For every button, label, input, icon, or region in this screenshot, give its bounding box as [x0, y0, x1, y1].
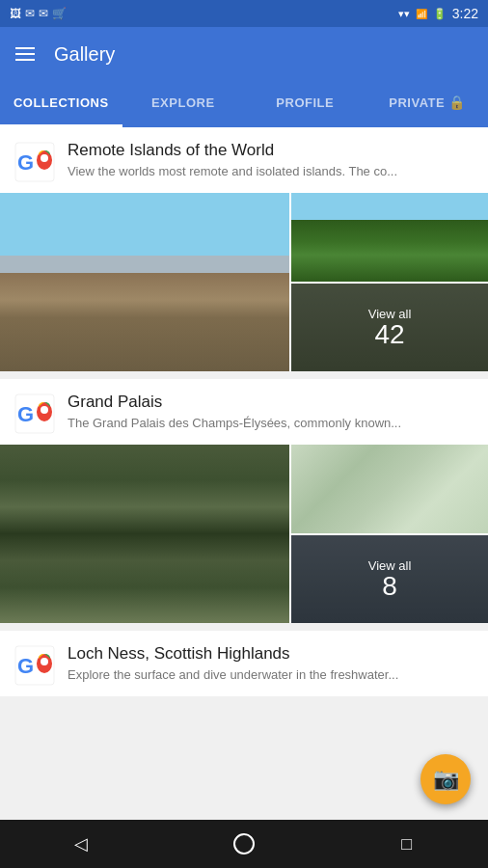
card-header-loch-ness[interactable]: G Loch Ness, Scottish Highlands Explore …: [0, 631, 488, 696]
side-bottom-image-grand-palais[interactable]: View all 8: [291, 535, 488, 624]
card-subtitle-loch-ness: Explore the surface and dive underwater …: [68, 666, 474, 684]
status-bar: 🖼 ✉ ✉ 🛒 ▾▾ 📶 🔋 3:22: [0, 0, 488, 27]
card-subtitle-grand-palais: The Grand Palais des Champs-Élysées, com…: [68, 415, 474, 432]
tab-profile[interactable]: PROFILE: [244, 81, 366, 125]
card-header-grand-palais[interactable]: G Grand Palais The Grand Palais des Cham…: [0, 379, 488, 445]
card-header-remote-islands[interactable]: G Remote Islands of the World View the w…: [0, 127, 488, 193]
notification-icon-2: ✉: [25, 7, 35, 20]
google-maps-logo-2: G: [14, 393, 56, 435]
tab-private[interactable]: PRIVATE 🔒: [366, 81, 489, 125]
battery-icon: 🔋: [433, 8, 447, 20]
status-left-icons: 🖼 ✉ ✉ 🛒: [10, 7, 67, 20]
home-button[interactable]: [220, 820, 268, 868]
tab-explore[interactable]: EXPLORE: [122, 81, 245, 125]
notification-icon-3: ✉: [39, 7, 48, 20]
home-icon: [233, 833, 255, 854]
svg-point-14: [41, 658, 48, 665]
tab-collections[interactable]: COLLECTIONS: [0, 81, 122, 125]
card-title-loch-ness: Loch Ness, Scottish Highlands: [68, 644, 474, 664]
card-text-grand-palais: Grand Palais The Grand Palais des Champs…: [68, 393, 474, 433]
card-title-grand-palais: Grand Palais: [68, 393, 474, 412]
svg-text:G: G: [17, 150, 34, 175]
signal-icon: 📶: [416, 9, 427, 19]
side-images-remote-islands: View all 42: [291, 193, 488, 371]
back-button[interactable]: ◁: [57, 820, 105, 868]
recents-icon: □: [401, 834, 412, 854]
google-maps-logo-1: G: [14, 141, 56, 183]
notification-icon-4: 🛒: [52, 7, 67, 20]
card-text-remote-islands: Remote Islands of the World View the wor…: [68, 141, 474, 181]
card-text-loch-ness: Loch Ness, Scottish Highlands Explore th…: [68, 644, 474, 685]
card-subtitle-remote-islands: View the worlds most remote and isolated…: [68, 163, 474, 180]
collection-card-grand-palais: G Grand Palais The Grand Palais des Cham…: [0, 379, 488, 623]
card-title-remote-islands: Remote Islands of the World: [68, 141, 474, 160]
svg-point-9: [41, 406, 48, 414]
notification-icon-1: 🖼: [10, 7, 21, 20]
bottom-nav: ◁ □: [0, 820, 488, 868]
wifi-icon: ▾▾: [398, 8, 410, 20]
tab-bar: COLLECTIONS EXPLORE PROFILE PRIVATE 🔒: [0, 81, 488, 127]
recents-button[interactable]: □: [383, 820, 431, 868]
main-image-remote-islands[interactable]: [0, 193, 289, 371]
status-time: 3:22: [452, 6, 478, 21]
tab-profile-label: PROFILE: [276, 95, 334, 110]
app-title: Gallery: [54, 43, 115, 66]
camera-icon: 📷: [433, 767, 459, 792]
camera-fab[interactable]: 📷: [420, 754, 471, 804]
side-top-image-remote-islands[interactable]: [291, 193, 488, 282]
svg-point-4: [41, 154, 48, 162]
side-bottom-image-remote-islands[interactable]: View all 42: [291, 284, 488, 372]
side-images-grand-palais: View all 8: [291, 445, 488, 623]
view-all-count-1: 42: [374, 321, 404, 348]
collection-card-loch-ness: G Loch Ness, Scottish Highlands Explore …: [0, 631, 488, 696]
tab-private-label: PRIVATE: [389, 95, 445, 110]
menu-button[interactable]: [15, 47, 35, 61]
app-bar: Gallery: [0, 27, 488, 81]
content-area: G Remote Islands of the World View the w…: [0, 127, 488, 820]
side-top-image-grand-palais[interactable]: [291, 445, 488, 533]
svg-text:G: G: [17, 402, 34, 426]
google-maps-logo-3: G: [14, 644, 56, 687]
tab-collections-label: COLLECTIONS: [14, 95, 109, 110]
view-all-count-2: 8: [382, 573, 397, 600]
collection-card-remote-islands: G Remote Islands of the World View the w…: [0, 127, 488, 371]
tab-explore-label: EXPLORE: [151, 95, 215, 110]
image-grid-grand-palais[interactable]: View all 8: [0, 445, 488, 623]
status-right-icons: ▾▾ 📶 🔋 3:22: [398, 6, 478, 21]
back-icon: ◁: [74, 833, 88, 854]
svg-text:G: G: [17, 654, 34, 678]
lock-icon: 🔒: [448, 95, 465, 110]
main-image-grand-palais[interactable]: [0, 445, 289, 623]
image-grid-remote-islands[interactable]: View all 42: [0, 193, 488, 371]
